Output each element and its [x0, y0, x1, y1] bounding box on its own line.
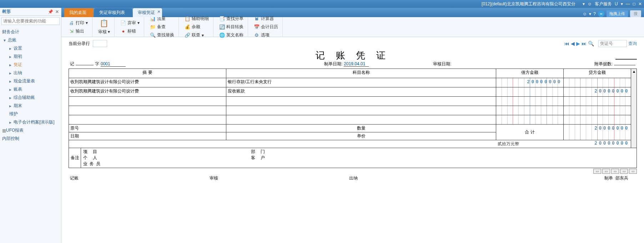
tree-node-opening[interactable]: ▸期初	[0, 52, 61, 61]
dropdown-icon[interactable]: ▾	[583, 1, 585, 6]
tab-audit-voucher[interactable]: 审核凭证✕	[133, 8, 162, 17]
auxdetail-button[interactable]: 📋辅助明细	[183, 15, 210, 22]
close-window-icon[interactable]: ✕	[638, 1, 642, 6]
tree-node-cashflow[interactable]: ▸现金流量表	[0, 77, 61, 85]
list-icon: 📋	[185, 16, 190, 22]
cell-summary[interactable]: 收到凯顺腾建筑设计有限公司设计费	[69, 78, 226, 87]
cell-account[interactable]: 银行存款/工行未央支行	[226, 78, 496, 87]
cell-credit[interactable]: 20000000	[564, 87, 631, 97]
calculator-icon: 🖩	[254, 16, 260, 22]
calendar-button[interactable]: 📅会计日历	[252, 23, 280, 31]
upload-button[interactable]: 拖拽上传	[607, 10, 628, 17]
th-account: 科目名称	[226, 69, 496, 78]
mini-btn-1[interactable]: ▭	[593, 169, 601, 174]
balance-button[interactable]: 💰余额	[183, 23, 210, 31]
help-icon[interactable]: ?	[593, 11, 596, 16]
minimize-icon[interactable]: —	[626, 1, 630, 6]
tree-node-periodend[interactable]: ▸期末	[0, 102, 61, 110]
sidebar-close-icon[interactable]: ✕	[55, 9, 59, 14]
u-icon[interactable]: U	[615, 1, 618, 6]
table-scrollbar[interactable]: ▴	[631, 69, 637, 148]
sidebar-title: 树形	[2, 9, 11, 15]
cell-debit[interactable]: 20000000	[496, 78, 564, 87]
tree-node-gl[interactable]: ▾总账	[0, 36, 61, 44]
output-button[interactable]: ⇲输出	[67, 27, 89, 35]
current-line-input[interactable]	[93, 40, 107, 47]
tree-node-finance[interactable]: 财务会计	[0, 28, 61, 36]
bill-no-label: 票号	[70, 126, 79, 131]
nav-first-icon[interactable]: ⏮	[564, 41, 569, 46]
cell-debit[interactable]	[496, 106, 564, 115]
cell-account[interactable]	[226, 106, 496, 115]
cell-summary[interactable]: 收到凯顺腾建筑设计有限公司设计费	[69, 87, 226, 97]
attach-value[interactable]	[614, 65, 635, 65]
tree-node-archive[interactable]: ▸电子会计档案[演示版]	[0, 118, 61, 126]
abandon-button[interactable]: 📄弃审 ▾	[119, 19, 141, 27]
cell-debit[interactable]	[496, 115, 564, 125]
cell-summary[interactable]	[69, 97, 226, 106]
nav-last-icon[interactable]: ⏭	[582, 41, 587, 46]
cell-account[interactable]: 应收账款	[226, 87, 496, 97]
cell-credit[interactable]	[564, 97, 631, 106]
service-icon[interactable]: ☺	[588, 1, 592, 6]
cell-account[interactable]	[226, 97, 496, 106]
search-button[interactable]: 搜	[630, 10, 641, 17]
tab-bar: 我的桌面 凭证审核列表 审核凭证✕ ☺ ▾ ? ∞ 拖拽上传 搜	[61, 8, 644, 17]
dropdown2-icon[interactable]: ▾	[589, 11, 591, 16]
toolbar: 🖨打印 ▾ ⇲输出 📋审核 ▾ 📄弃审 ▾ ●标错 📊流量 📁备查 🔍查找替换 …	[61, 17, 644, 37]
calendar-icon: 📅	[254, 24, 260, 30]
audit-button[interactable]: 📋审核 ▾	[97, 18, 111, 36]
mini-btn-5[interactable]: ▭	[629, 169, 637, 174]
print-button[interactable]: 🖨打印 ▾	[67, 19, 89, 27]
tree-node-ufo[interactable]: ▦ UFO报表	[0, 126, 61, 135]
cell-credit[interactable]	[564, 115, 631, 125]
tree-node-maint[interactable]: 维护	[0, 110, 61, 118]
cell-account[interactable]	[226, 115, 496, 125]
cloud-icon[interactable]: ∞	[598, 11, 604, 17]
auditdate-label: 审核日期:	[433, 61, 451, 67]
voucher-number[interactable]: 0001	[101, 61, 126, 67]
th-debit: 借方金额	[496, 69, 564, 78]
voucher-no-input[interactable]	[598, 40, 627, 47]
cell-debit[interactable]	[496, 97, 564, 106]
nav-next-icon[interactable]: ▶	[576, 41, 580, 46]
tree-node-aux[interactable]: ▸综合辅助账	[0, 93, 61, 102]
maker-name: 邵东兵	[615, 176, 628, 181]
smile-icon[interactable]: ☺	[583, 11, 587, 16]
maximize-icon[interactable]: □	[633, 1, 635, 6]
nav-prev-icon[interactable]: ◀	[571, 41, 575, 46]
acctconv-button[interactable]: 🔄科目转换	[218, 23, 245, 31]
tree-node-internal[interactable]: 内部控制	[0, 135, 61, 143]
makedate-label: 制单日期:	[324, 61, 342, 67]
tree-node-setup[interactable]: ▸设置	[0, 44, 61, 52]
tab-audit-list[interactable]: 凭证审核列表	[94, 8, 132, 17]
tree-node-books[interactable]: ▸账表	[0, 85, 61, 93]
tree-node-cashier[interactable]: ▸出纳	[0, 69, 61, 77]
min-icon[interactable]: ▾	[621, 1, 623, 6]
flagerr-button[interactable]: ●标错	[119, 27, 141, 35]
mini-btn-2[interactable]: ▭	[602, 169, 610, 174]
cell-summary[interactable]	[69, 115, 226, 125]
cell-credit[interactable]	[564, 78, 631, 87]
mini-btn-3[interactable]: ▭	[611, 169, 619, 174]
sidebar-search-input[interactable]	[1, 17, 60, 25]
cell-credit[interactable]	[564, 106, 631, 115]
cell-summary[interactable]	[69, 106, 226, 115]
remark-label: 备注	[69, 148, 81, 168]
tab-desktop[interactable]: 我的桌面	[64, 8, 94, 17]
pin-icon[interactable]: 📌	[48, 9, 53, 14]
backup-button[interactable]: 📁备查	[149, 23, 176, 31]
findsplit-button[interactable]: 📑查找分单	[218, 15, 245, 22]
service-label[interactable]: 客户服务	[595, 1, 612, 7]
caps-amount: 贰拾万元整	[498, 141, 519, 146]
nav-tree: 财务会计 ▾总账 ▸设置 ▸期初 ▸凭证 ▸出纳 ▸现金流量表 ▸账表 ▸综合辅…	[0, 26, 61, 144]
makedate-value[interactable]: 2019.04.01	[344, 61, 369, 67]
mini-btn-4[interactable]: ▭	[620, 169, 628, 174]
tab-close-icon[interactable]: ✕	[157, 10, 160, 14]
sig-maker: 制单	[604, 176, 613, 181]
query-button[interactable]: 查询	[628, 41, 637, 47]
tree-node-voucher[interactable]: ▸凭证	[0, 61, 61, 69]
calculator-button[interactable]: 🖩计算器	[252, 15, 280, 22]
sig-book: 记账	[70, 175, 210, 181]
cell-debit[interactable]	[496, 87, 564, 97]
